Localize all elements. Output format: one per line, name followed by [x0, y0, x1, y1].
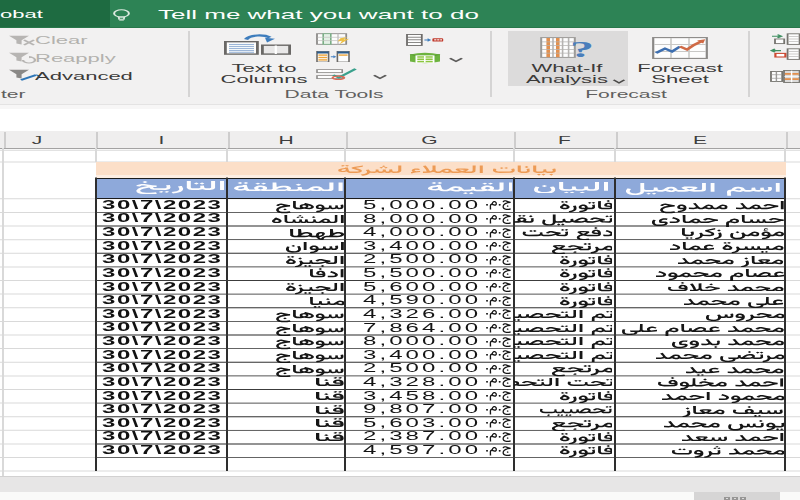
svg-text:?: ? [570, 37, 594, 61]
